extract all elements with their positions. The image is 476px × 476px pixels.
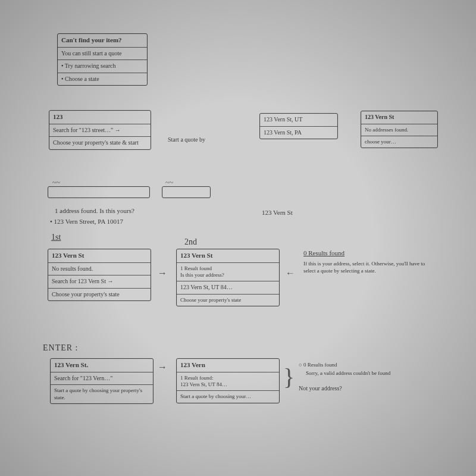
card3-header: 123 Vern St. [51, 359, 153, 372]
search-card: 123 Search for "123 street…" → Choose yo… [49, 110, 151, 150]
results-list-a: 123 Vern St, UT 123 Vern St, PA [259, 113, 338, 139]
thin-input-a[interactable] [48, 186, 150, 198]
cant-find-subtitle: You can still start a quote [58, 48, 147, 61]
bottom-l1: 0 Results found [303, 362, 337, 368]
label-2nd: 2nd [184, 237, 197, 248]
card4-found: 1 Result found: 123 Vern St, UT 84… [177, 372, 279, 392]
bottom-zero-results: ○ 0 Results found [299, 362, 337, 369]
cant-find-opt1[interactable]: • Try narrowing search [58, 60, 147, 73]
card1-header: 123 Vern St [48, 249, 151, 263]
cant-find-opt2[interactable]: • Choose a state [58, 73, 147, 86]
one-found-line2[interactable]: • 123 Vern Street, PA 10017 [50, 217, 123, 226]
search-for-link[interactable]: Search for "123 street…" → [49, 124, 151, 137]
enter-label: ENTER : [43, 343, 79, 353]
results-list-b: 123 Vern St No addresses found. choose y… [361, 111, 438, 148]
result-item[interactable]: 123 Vern St, PA [260, 127, 337, 139]
arrow-right-icon: → [158, 268, 167, 278]
cant-find-panel: Can't find your item? You can still star… [57, 33, 148, 86]
card2-address[interactable]: 123 Vern St, UT 84… [177, 281, 279, 295]
zero-results-body: If this is your address, select it. Othe… [303, 261, 428, 274]
card2-found-count: 1 Result found [180, 265, 212, 271]
cant-find-title: Can't find your item? [58, 34, 147, 48]
arrow-left-icon: ← [286, 268, 295, 278]
label-1st: 1st [51, 232, 61, 243]
search-input[interactable]: 123 [49, 111, 151, 124]
choose-link[interactable]: choose your… [361, 136, 437, 148]
choose-state-link[interactable]: Choose your property's state [48, 289, 151, 301]
found-aside: 123 Vern St [262, 208, 293, 217]
card2-isyours: Is this your address? [180, 272, 224, 278]
not-your-address: Not your address? [299, 384, 342, 392]
card-1st: 123 Vern St No results found. Search for… [48, 249, 151, 301]
no-results-msg: No results found. [48, 263, 151, 276]
thin-input-b[interactable] [162, 186, 211, 198]
arrow-right-icon: → [158, 362, 167, 372]
card4-address[interactable]: 123 Vern St, UT 84… [180, 381, 227, 387]
search-link[interactable]: Search for 123 Vern St → [48, 275, 151, 289]
card2-header: 123 Vern St [177, 249, 279, 263]
card2-found: 1 Result found Is this your address? [177, 263, 279, 282]
card2-choose[interactable]: Choose your property's state [177, 295, 279, 306]
card4-header: 123 Vern [177, 359, 279, 372]
zero-results-header: 0 Results found [303, 249, 345, 257]
results-b-header: 123 Vern St [361, 111, 437, 124]
no-addresses-msg: No addresses found. [361, 124, 437, 136]
result-item[interactable]: 123 Vern St, UT [260, 114, 337, 127]
card-enter-2: 123 Vern 1 Result found: 123 Vern St, UT… [176, 358, 280, 403]
start-quote-note: Start a quote by [168, 136, 205, 143]
card-2nd: 123 Vern St 1 Result found Is this your … [176, 249, 280, 306]
card4-found-count: 1 Result found: [180, 375, 214, 381]
one-found-line1: 1 address found. Is this yours? [55, 206, 134, 215]
card3-search[interactable]: Search for "123 Vern…" [51, 372, 153, 386]
card3-start[interactable]: Start a quote by choosing your property'… [51, 385, 153, 403]
card-enter-1: 123 Vern St. Search for "123 Vern…" Star… [50, 358, 154, 404]
choose-state-link[interactable]: Choose your property's state & start [49, 137, 151, 149]
brace-icon: } [283, 363, 295, 391]
card4-start[interactable]: Start a quote by choosing your… [177, 391, 279, 402]
bottom-sorry: Sorry, a valid address couldn't be found [306, 370, 437, 377]
